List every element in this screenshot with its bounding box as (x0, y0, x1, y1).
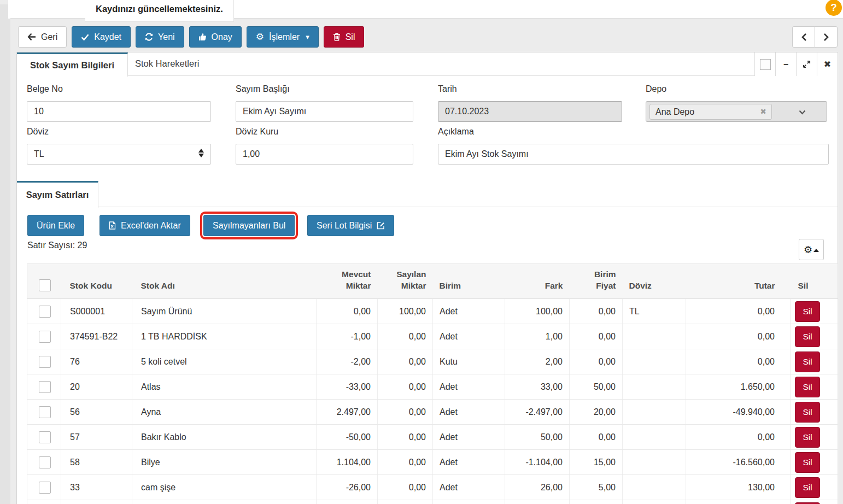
row-checkbox[interactable] (39, 306, 51, 318)
header-stok-adi[interactable]: Stok Adı (132, 264, 317, 299)
sayim-basligi-input[interactable] (236, 101, 413, 122)
cell-birim: Adet (433, 425, 505, 450)
depo-combobox[interactable]: Ana Depo ✖ (646, 101, 827, 122)
next-record-button[interactable] (815, 26, 838, 48)
find-uncounted-button[interactable]: Sayılmayanları Bul (203, 215, 295, 236)
cell-birim-fiyat: 0,00 (570, 349, 623, 374)
tab-updating-record[interactable]: Kaydınızı güncellemektesiniz. (85, 0, 234, 22)
header-stok-kodu[interactable]: Stok Kodu (61, 264, 132, 299)
chevron-right-icon (823, 33, 829, 42)
cell-mevcut-miktar: -2,00 (317, 349, 378, 374)
clear-icon[interactable]: ✖ (760, 104, 766, 119)
new-button[interactable]: Yeni (136, 26, 184, 48)
sayim-basligi-label: Sayım Başlığı (236, 84, 290, 94)
add-product-button[interactable]: Ürün Ekle (27, 215, 84, 236)
row-delete-button[interactable]: Sil (795, 351, 820, 372)
cell-mevcut-miktar: 2.497,00 (317, 400, 378, 425)
expand-button[interactable] (796, 52, 817, 76)
cell-stok-adi: Atlas (132, 374, 317, 400)
row-count-label: Satır Sayısı: 29 (27, 241, 87, 250)
doviz-kuru-input[interactable] (236, 144, 413, 165)
delete-button[interactable]: Sil (324, 26, 365, 48)
cell-sayilan-miktar: 0,00 (378, 425, 433, 450)
depo-label: Depo (646, 84, 666, 94)
cell-stok-adi: Sayım Ürünü (132, 299, 317, 324)
cell-fark: 1,00 (505, 324, 570, 349)
record-panel: Stok Sayım Bilgileri Stok Hareketleri − … (16, 52, 838, 504)
cell-mevcut-miktar: -1,00 (317, 324, 378, 349)
cell-mevcut-miktar: -50,00 (317, 425, 378, 450)
row-checkbox[interactable] (39, 356, 51, 368)
row-delete-button[interactable]: Sil (795, 427, 820, 448)
header-sayilan-miktar[interactable]: Sayılan Miktar (378, 264, 433, 299)
cell-sayilan-miktar: 100,00 (378, 299, 433, 324)
row-delete-button[interactable]: Sil (795, 452, 820, 473)
cell-birim: Adet (433, 374, 505, 400)
close-button[interactable]: ✖ (817, 52, 838, 76)
operations-button[interactable]: ⚙ İşlemler ▾ (247, 26, 319, 48)
gear-icon: ⚙ (256, 31, 264, 43)
cell-fark: 26,00 (505, 475, 570, 500)
header-birim-fiyat[interactable]: Birim Fiyat (570, 264, 623, 299)
row-checkbox[interactable] (39, 431, 51, 443)
aciklama-label: Açıklama (438, 127, 474, 137)
tab-stok-sayim-bilgileri[interactable]: Stok Sayım Bilgileri (17, 52, 128, 77)
prev-record-button[interactable] (792, 26, 815, 48)
doviz-select[interactable]: TL (27, 144, 211, 165)
cell-sayilan-miktar: 0,00 (378, 400, 433, 425)
aciklama-input[interactable] (438, 144, 829, 165)
row-delete-button[interactable]: Sil (795, 326, 820, 347)
tab-stok-hareketleri[interactable]: Stok Hareketleri (122, 52, 212, 76)
tarih-input[interactable] (438, 101, 622, 122)
import-excel-button[interactable]: Excel'den Aktar (99, 215, 190, 236)
row-checkbox[interactable] (39, 482, 51, 494)
select-all-checkbox[interactable] (39, 279, 51, 291)
cell-doviz: TL (623, 299, 686, 324)
lines-table: Stok Kodu Stok Adı Mevcut Miktar Sayılan… (27, 263, 838, 504)
serial-lot-button[interactable]: Seri Lot Bilgisi (307, 215, 394, 236)
gear-icon: ⚙ (804, 244, 812, 256)
cell-birim (433, 500, 505, 504)
belge-no-input[interactable] (27, 101, 211, 122)
approve-button[interactable]: Onay (189, 26, 242, 48)
spinner-arrows-icon (198, 149, 204, 157)
panel-checkbox-button[interactable] (754, 52, 775, 76)
header-tutar[interactable]: Tutar (686, 264, 791, 299)
cell-mevcut-miktar: 0,00 (317, 299, 378, 324)
approve-label: Onay (212, 32, 232, 42)
row-delete-button[interactable]: Sil (795, 502, 820, 504)
row-checkbox[interactable] (39, 406, 51, 418)
cell-fark: 33,00 (505, 374, 570, 400)
back-button[interactable]: Geri (18, 26, 67, 48)
edit-pencil-icon (377, 221, 385, 230)
row-checkbox[interactable] (39, 331, 51, 343)
cell-tutar: 0,00 (686, 299, 791, 324)
minimize-button[interactable]: − (775, 52, 796, 76)
cell-birim: Adet (433, 475, 505, 500)
cell-mevcut-miktar (317, 500, 378, 504)
grid-settings-button[interactable]: ⚙ (799, 239, 824, 260)
header-fark[interactable]: Fark (505, 264, 570, 299)
row-delete-button[interactable]: Sil (795, 402, 820, 423)
row-checkbox[interactable] (39, 381, 51, 393)
import-excel-label: Excel'den Aktar (121, 221, 181, 231)
cell-stok-adi: cam şişe (132, 475, 317, 500)
cell-fark: 2,00 (505, 349, 570, 374)
cell-sayilan-miktar: 0,00 (378, 450, 433, 475)
cell-sayilan-miktar: 0,00 (378, 324, 433, 349)
header-birim[interactable]: Birim (433, 264, 505, 299)
row-delete-button[interactable]: Sil (795, 377, 820, 397)
arrow-left-icon (27, 33, 36, 41)
row-delete-button[interactable]: Sil (795, 301, 820, 322)
help-icon[interactable]: ? (826, 0, 842, 16)
header-doviz[interactable]: Döviz (623, 264, 686, 299)
toolbar: Geri Kaydet Yeni Onay ⚙ İşlemler ▾ Sil (18, 26, 364, 48)
tab-sayim-satirlari[interactable]: Sayım Satırları (17, 181, 98, 208)
lines-tabbar (17, 181, 838, 207)
cell-tutar: 0,00 (686, 349, 791, 374)
save-button[interactable]: Kaydet (72, 26, 131, 48)
close-icon: ✖ (824, 59, 831, 69)
row-delete-button[interactable]: Sil (795, 477, 820, 498)
header-mevcut-miktar[interactable]: Mevcut Miktar (317, 264, 378, 299)
row-checkbox[interactable] (39, 456, 51, 468)
